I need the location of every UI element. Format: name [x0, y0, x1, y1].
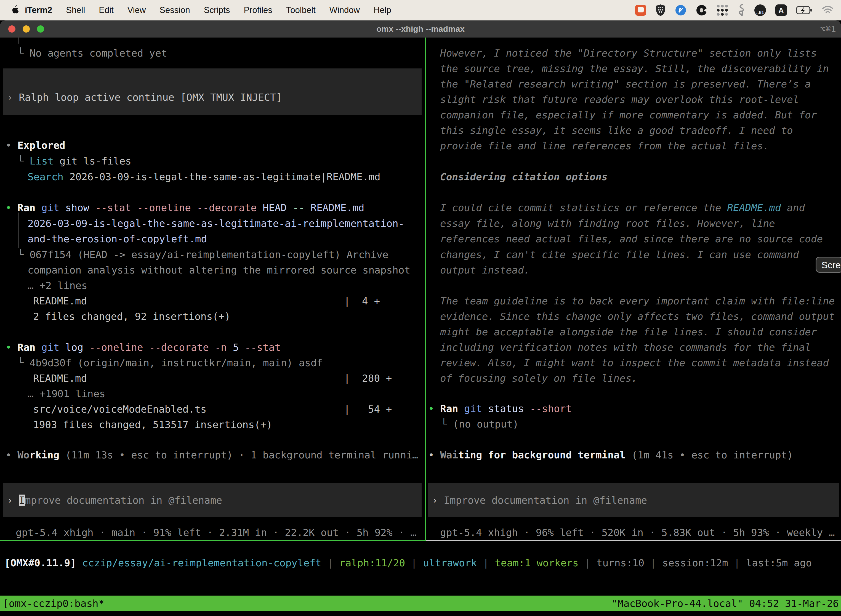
terminal-line: … +1901 lines	[28, 386, 105, 402]
iterm-window: omx --xhigh --madmax ⌥⌘1 └ No agents com…	[0, 21, 841, 616]
terminal-line: the source tree, missing the essay. Stil…	[440, 61, 829, 76]
menu-item-toolbelt[interactable]: Toolbelt	[279, 5, 322, 15]
terminal-line: • Ran git show --stat --oneline --decora…	[6, 200, 365, 216]
terminal-line: review. Also, I might want to inspect th…	[440, 355, 829, 371]
bolt-badge-icon[interactable]	[675, 4, 687, 16]
terminal-line: • Ran git status --short	[428, 401, 572, 417]
menu-item-view[interactable]: View	[120, 5, 153, 15]
terminal-line: companion file, especially if more comme…	[440, 107, 817, 123]
terminal-line: … +2 lines	[28, 278, 88, 293]
terminal-line: └ No agents completed yet	[18, 45, 167, 61]
terminal-line: README.md | 4 +	[33, 293, 380, 309]
menu-item-edit[interactable]: Edit	[92, 5, 120, 15]
a-square-icon[interactable]: A	[775, 4, 787, 16]
terminal-line: the "Related research writing" section i…	[440, 76, 811, 92]
dots-grid-icon[interactable]	[717, 5, 728, 16]
menu-bar-status-area: ..61 A	[635, 4, 841, 17]
terminal-line: 2 files changed, 92 insertions(+)	[33, 309, 230, 324]
apple-menu[interactable]	[10, 5, 20, 15]
terminal-line: └ (no output)	[441, 417, 519, 432]
terminal-line: › Improve documentation in @filename	[432, 493, 647, 508]
terminal-line: [OMX#0.11.9] cczip/essay/ai-reimplementa…	[4, 555, 812, 571]
menu-item-window[interactable]: Window	[322, 5, 367, 15]
terminal-line: gpt-5.4 xhigh · 96% left · 520K in · 5.8…	[440, 525, 835, 540]
terminal-line: › Ralph loop active continue [OMX_TMUX_I…	[7, 90, 282, 105]
terminal-line: src/voice/voiceModeEnabled.ts | 54 +	[33, 402, 392, 417]
terminal-line: 2026-03-09-is-legal-the-same-as-legitima…	[28, 216, 404, 231]
terminal-line: └ List git ls-files	[18, 154, 131, 169]
terminal-line: slight risk that future readers may over…	[440, 92, 799, 107]
window-shortcut-badge: ⌥⌘1	[820, 21, 836, 38]
terminal-line: including verification notes with those …	[440, 340, 811, 355]
menu-item-shell[interactable]: Shell	[59, 5, 92, 15]
battery-icon[interactable]	[796, 6, 812, 14]
menu-bar-left: iTerm2 Shell Edit View Session Scripts P…	[0, 5, 398, 15]
terminal-line: Considering citation options	[440, 169, 608, 185]
terminal: └ No agents completed yet› Ralph loop ac…	[0, 38, 841, 616]
terminal-line: companion analysis without altering the …	[28, 263, 410, 278]
squiggle-icon[interactable]	[737, 4, 745, 17]
terminal-line: this single essay, it seems like a good …	[440, 123, 793, 138]
terminal-line: └ 4b9d30f (origin/main, instructkr/main,…	[18, 355, 322, 371]
tmux-host-clock: "MacBook-Pro-44.local" 04:52 31-Mar-26	[611, 595, 839, 611]
menu-bar: iTerm2 Shell Edit View Session Scripts P…	[0, 0, 841, 21]
crescent-icon[interactable]	[696, 4, 708, 16]
pane-bottom-border-right	[426, 540, 841, 541]
terminal-line: Search 2026-03-09-is-legal-the-same-as-l…	[28, 169, 381, 185]
chat-icon-inner	[638, 7, 644, 12]
pane-divider[interactable]	[425, 38, 426, 540]
terminal-line: and-the-erosion-of-copyleft.md	[28, 231, 207, 247]
terminal-line: • Working (11m 13s • esc to interrupt) ·…	[6, 447, 418, 463]
terminal-line: • Waiting for background terminal (1m 41…	[428, 447, 793, 463]
terminal-line: However, I noticed the "Directory Struct…	[440, 45, 817, 61]
terminal-line: provide file and line references from th…	[440, 138, 769, 154]
pane-bottom-border-left	[0, 540, 426, 541]
terminal-line: └ 067f154 (HEAD -> essay/ai-reimplementa…	[18, 247, 388, 263]
shield-grid-icon[interactable]	[656, 4, 665, 16]
menu-item-scripts[interactable]: Scripts	[197, 5, 237, 15]
menu-item-iterm2[interactable]: iTerm2	[20, 5, 59, 15]
menu-item-session[interactable]: Session	[152, 5, 197, 15]
menu-item-help[interactable]: Help	[367, 5, 398, 15]
terminal-line: README.md | 280 +	[33, 371, 392, 386]
terminal-line: • Ran git log --oneline --decorate -n 5 …	[6, 340, 281, 355]
terminal-line: references need actual files, and since …	[440, 231, 823, 247]
tmux-status-bar: [omx-cczip0:bash* "MacBook-Pro-44.local"…	[0, 595, 841, 611]
tmux-session-label[interactable]: [omx-cczip0:bash*	[3, 595, 104, 611]
wifi-icon[interactable]	[822, 6, 834, 15]
terminal-line: output instead.	[440, 263, 530, 278]
menu-item-profiles[interactable]: Profiles	[237, 5, 279, 15]
terminal-line: might be acceptable alongside the file l…	[440, 324, 817, 340]
terminal-line: The team guideline is to back every impo…	[440, 293, 835, 309]
terminal-line: evidence. Since this change only affects…	[440, 309, 835, 324]
terminal-line: changes, I can't cite specific file line…	[440, 247, 799, 263]
terminal-line: of focusing solely on file lines.	[440, 371, 637, 386]
screen-indicator-pill[interactable]: Scre	[816, 257, 841, 273]
window-title: omx --xhigh --madmax	[0, 21, 841, 38]
chat-icon[interactable]	[635, 5, 646, 16]
apple-icon	[11, 5, 19, 15]
lines-layer: └ No agents completed yet› Ralph loop ac…	[0, 38, 841, 616]
terminal-line: • Explored	[6, 138, 65, 153]
terminal-line: I could cite commit statistics or refere…	[440, 200, 805, 216]
terminal-line: › Improve documentation in @filename	[7, 493, 222, 508]
terminal-line: gpt-5.4 xhigh · main · 91% left · 2.31M …	[16, 525, 416, 540]
terminal-line: essay file, along with finding root file…	[440, 216, 775, 231]
badge-61-icon[interactable]: ..61	[755, 4, 766, 16]
terminal-line: 1903 files changed, 513517 insertions(+)	[33, 417, 273, 433]
title-bar: omx --xhigh --madmax ⌥⌘1	[0, 21, 841, 38]
